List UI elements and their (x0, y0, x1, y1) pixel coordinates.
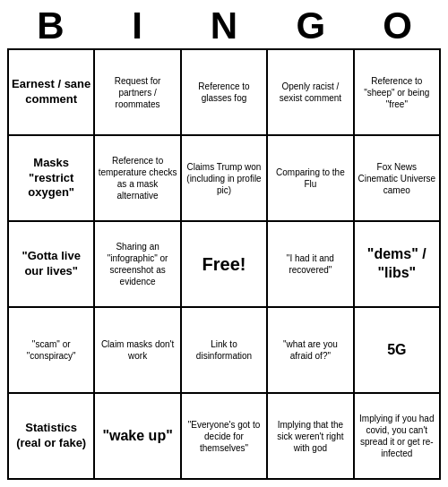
bingo-title: B I N G O (7, 7, 441, 45)
bingo-grid: Earnest / sane commentRequest for partne… (7, 48, 441, 480)
letter-b: B (7, 7, 94, 45)
letter-n: N (181, 7, 268, 45)
letter-g: G (267, 7, 354, 45)
bingo-cell-8: Comparing to the Flu (268, 136, 354, 222)
bingo-cell-4: Reference to "sheep" or being "free" (355, 50, 441, 136)
bingo-cell-16: Claim masks don't work (95, 308, 181, 394)
bingo-cell-14: "dems" / "libs" (355, 222, 441, 308)
bingo-cell-9: Fox News Cinematic Universe cameo (355, 136, 441, 222)
bingo-cell-19: 5G (355, 308, 441, 394)
bingo-cell-7: Claims Trump won (including in profile p… (182, 136, 268, 222)
bingo-cell-11: Sharing an "infographic" or screenshot a… (95, 222, 181, 308)
bingo-cell-18: "what are you afraid of?" (268, 308, 354, 394)
bingo-cell-17: Link to disinformation (182, 308, 268, 394)
bingo-cell-3: Openly racist / sexist comment (268, 50, 354, 136)
bingo-cell-12: Free! (182, 222, 268, 308)
bingo-cell-22: "Everyone's got to decide for themselves… (182, 394, 268, 480)
bingo-cell-24: Implying if you had covid, you can't spr… (355, 394, 441, 480)
bingo-cell-5: Masks "restrict oxygen" (9, 136, 95, 222)
letter-o: O (354, 7, 441, 45)
bingo-cell-6: Reference to temperature checks as a mas… (95, 136, 181, 222)
bingo-cell-20: Statistics (real or fake) (9, 394, 95, 480)
bingo-cell-1: Request for partners / roommates (95, 50, 181, 136)
letter-i: I (94, 7, 181, 45)
bingo-cell-21: "wake up" (95, 394, 181, 480)
bingo-cell-13: "I had it and recovered" (268, 222, 354, 308)
bingo-cell-15: "scam" or "conspiracy" (9, 308, 95, 394)
bingo-cell-10: "Gotta live our lives" (9, 222, 95, 308)
bingo-cell-0: Earnest / sane comment (9, 50, 95, 136)
bingo-cell-23: Implying that the sick weren't right wit… (268, 394, 354, 480)
bingo-cell-2: Reference to glasses fog (182, 50, 268, 136)
